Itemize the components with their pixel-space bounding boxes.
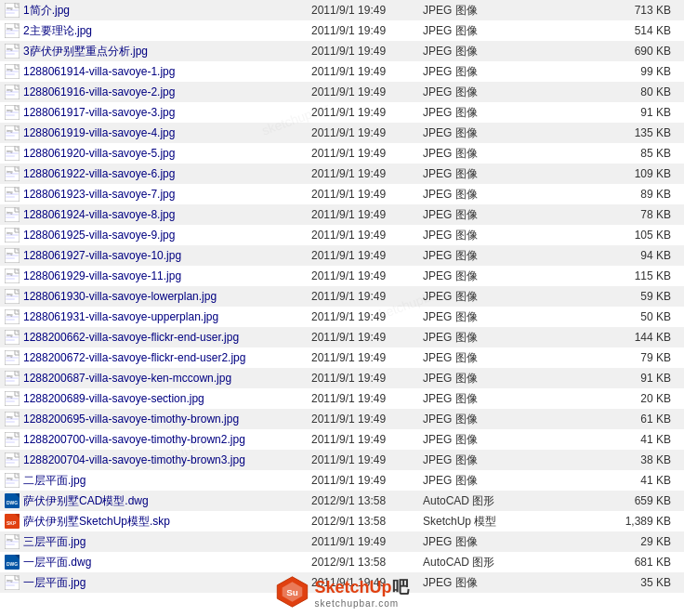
file-date: 2011/9/1 19:49 xyxy=(302,147,423,160)
svg-rect-12 xyxy=(6,33,15,34)
file-date: 2011/9/1 19:49 xyxy=(302,535,423,548)
table-row[interactable]: img 1288061917-villa-savoye-3.jpg2011/9/… xyxy=(0,102,684,123)
svg-text:img: img xyxy=(7,537,12,542)
file-size: 91 KB xyxy=(525,372,680,385)
table-row[interactable]: img 1288061916-villa-savoye-2.jpg2011/9/… xyxy=(0,82,684,102)
svg-text:img: img xyxy=(7,67,12,72)
table-row[interactable]: img 三层平面.jpg2011/9/1 19:49JPEG 图像29 KB xyxy=(0,531,684,552)
jpeg-icon: img xyxy=(4,125,20,140)
file-size: 50 KB xyxy=(525,310,680,323)
table-row[interactable]: img 1288061925-villa-savoye-9.jpg2011/9/… xyxy=(0,225,684,245)
file-name: 1288061914-villa-savoye-1.jpg xyxy=(23,65,302,78)
file-date: 2011/9/1 19:49 xyxy=(302,433,423,446)
table-row[interactable]: img 1288200687-villa-savoye-ken-mccown.j… xyxy=(0,368,684,388)
file-list: img 1简介.jpg2011/9/1 19:49JPEG 图像713 KB i… xyxy=(0,0,684,593)
file-date: 2011/9/1 19:49 xyxy=(302,45,423,58)
file-type: JPEG 图像 xyxy=(423,371,525,387)
table-row[interactable]: img 3萨伏伊别墅重点分析.jpg2011/9/1 19:49JPEG 图像6… xyxy=(0,41,684,61)
svg-text:img: img xyxy=(7,374,12,378)
file-name: 二层平面.jpg xyxy=(23,473,302,489)
file-type: JPEG 图像 xyxy=(423,350,525,366)
file-size: 713 KB xyxy=(525,4,680,17)
file-type: JPEG 图像 xyxy=(423,146,525,162)
svg-text:img: img xyxy=(7,312,12,317)
file-date: 2011/9/1 19:49 xyxy=(302,331,423,344)
svg-text:img: img xyxy=(7,230,12,235)
table-row[interactable]: img 1288061924-villa-savoye-8.jpg2011/9/… xyxy=(0,204,684,225)
table-row[interactable]: img 1288200700-villa-savoye-timothy-brow… xyxy=(0,429,684,450)
svg-text:Su: Su xyxy=(286,587,298,597)
file-name: 萨伏伊别墅CAD模型.dwg xyxy=(23,493,302,509)
file-date: 2011/9/1 19:49 xyxy=(302,229,423,242)
file-type: JPEG 图像 xyxy=(423,432,525,448)
file-date: 2011/9/1 19:49 xyxy=(302,413,423,426)
file-type: JPEG 图像 xyxy=(423,330,525,346)
jpeg-icon: img xyxy=(4,3,20,18)
table-row[interactable]: img 二层平面.jpg2011/9/1 19:49JPEG 图像41 KB xyxy=(0,470,684,491)
file-type: AutoCAD 图形 xyxy=(423,555,525,570)
file-name: 1288061929-villa-savoye-11.jpg xyxy=(23,269,302,282)
svg-rect-40 xyxy=(6,114,15,116)
file-type: JPEG 图像 xyxy=(423,269,525,284)
table-row[interactable]: img 1288061923-villa-savoye-7.jpg2011/9/… xyxy=(0,184,684,204)
file-date: 2011/9/1 19:49 xyxy=(302,208,423,221)
table-row[interactable]: img 1288200704-villa-savoye-timothy-brow… xyxy=(0,450,684,470)
bottom-logo: Su SketchUp吧 sketchupbar.com xyxy=(275,575,408,609)
jpeg-icon: img xyxy=(4,166,20,181)
jpeg-icon: img xyxy=(4,432,20,447)
table-row[interactable]: img 1288061929-villa-savoye-11.jpg2011/9… xyxy=(0,266,684,286)
logo-sub: sketchupbar.com xyxy=(314,598,399,609)
jpeg-icon: img xyxy=(4,534,20,549)
table-row[interactable]: img 1288061931-villa-savoye-upperplan.jp… xyxy=(0,307,684,327)
svg-text:img: img xyxy=(7,190,12,194)
table-row[interactable]: img 1288061927-villa-savoye-10.jpg2011/9… xyxy=(0,245,684,266)
table-row[interactable]: img 1288200689-villa-savoye-section.jpg2… xyxy=(0,388,684,409)
table-row[interactable]: img 1288061919-villa-savoye-4.jpg2011/9/… xyxy=(0,123,684,143)
file-type: JPEG 图像 xyxy=(423,248,525,264)
skp-icon: SKP xyxy=(4,514,20,529)
file-date: 2011/9/1 19:49 xyxy=(302,106,423,119)
file-type: JPEG 图像 xyxy=(423,23,525,39)
file-type: JPEG 图像 xyxy=(423,452,525,468)
svg-text:img: img xyxy=(7,108,12,112)
svg-text:img: img xyxy=(7,435,12,439)
jpeg-icon: img xyxy=(4,269,20,283)
jpeg-icon: img xyxy=(4,64,20,79)
file-name: 1288061930-villa-savoye-lowerplan.jpg xyxy=(23,290,302,303)
file-name: 一层平面.jpg xyxy=(23,575,302,591)
jpeg-icon: img xyxy=(4,207,20,222)
file-name: 1288200689-villa-savoye-section.jpg xyxy=(23,392,302,405)
file-size: 41 KB xyxy=(525,433,680,446)
table-row[interactable]: img 1简介.jpg2011/9/1 19:49JPEG 图像713 KB xyxy=(0,0,684,20)
table-row[interactable]: img 2主要理论.jpg2011/9/1 19:49JPEG 图像514 KB xyxy=(0,20,684,41)
svg-rect-54 xyxy=(6,155,15,157)
table-row[interactable]: img 1288200662-villa-savoye-flickr-end-u… xyxy=(0,327,684,347)
svg-rect-89 xyxy=(6,257,15,259)
table-row[interactable]: img 1288061914-villa-savoye-1.jpg2011/9/… xyxy=(0,61,684,82)
table-row[interactable]: DWG 一层平面.dwg2012/9/1 13:58AutoCAD 图形681 … xyxy=(0,552,684,572)
svg-text:img: img xyxy=(7,414,12,419)
file-type: SketchUp 模型 xyxy=(423,514,525,530)
file-date: 2011/9/1 19:49 xyxy=(302,392,423,405)
table-row[interactable]: img 1288200672-villa-savoye-flickr-end-u… xyxy=(0,347,684,368)
file-date: 2011/9/1 19:49 xyxy=(302,453,423,466)
table-row[interactable]: SKP 萨伏伊别墅SketchUp模型.skp2012/9/1 13:58Ske… xyxy=(0,511,684,531)
svg-rect-33 xyxy=(6,94,15,96)
svg-text:img: img xyxy=(7,26,12,31)
table-row[interactable]: img 1288061930-villa-savoye-lowerplan.jp… xyxy=(0,286,684,307)
table-row[interactable]: img 1288200695-villa-savoye-timothy-brow… xyxy=(0,409,684,429)
file-name: 1288200672-villa-savoye-flickr-end-user2… xyxy=(23,351,302,364)
file-size: 135 KB xyxy=(525,126,680,139)
file-size: 115 KB xyxy=(525,269,680,282)
file-type: JPEG 图像 xyxy=(423,44,525,59)
svg-text:SKP: SKP xyxy=(7,520,17,526)
svg-text:img: img xyxy=(7,87,12,92)
jpeg-icon: img xyxy=(4,412,20,426)
dwg-icon: DWG xyxy=(4,493,20,508)
file-name: 1288061925-villa-savoye-9.jpg xyxy=(23,229,302,242)
jpeg-icon: img xyxy=(4,187,20,202)
table-row[interactable]: DWG 萨伏伊别墅CAD模型.dwg2012/9/1 13:58AutoCAD … xyxy=(0,491,684,511)
table-row[interactable]: img 1288061922-villa-savoye-6.jpg2011/9/… xyxy=(0,164,684,184)
table-row[interactable]: img 1288061920-villa-savoye-5.jpg2011/9/… xyxy=(0,143,684,164)
file-size: 109 KB xyxy=(525,167,680,180)
